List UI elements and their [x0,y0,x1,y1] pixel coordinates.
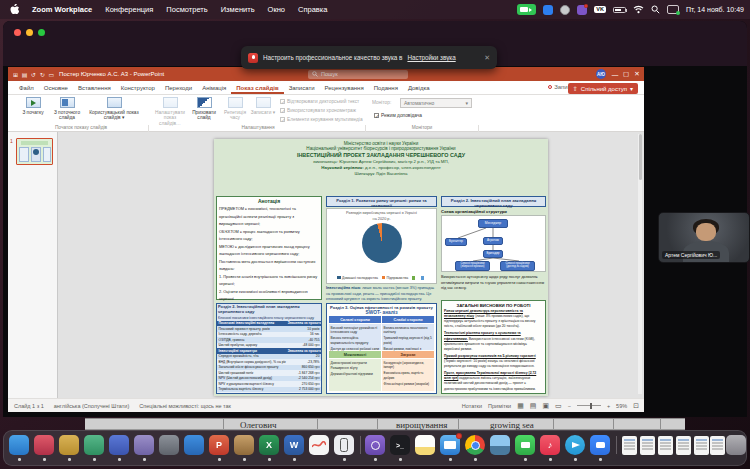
dock-icon-6[interactable] [134,435,154,455]
wave-app-dock-icon[interactable] [309,435,329,455]
slide-thumbnail[interactable] [16,138,53,165]
audio-settings-link[interactable]: Настройки звука [407,54,455,61]
menu-edit[interactable]: Изменить [221,5,255,14]
menu-window[interactable]: Окно [268,5,285,14]
dock-icon-4[interactable] [84,435,104,455]
participant-video-tile[interactable]: Артем Сергійович Ю... [658,212,750,263]
vk-status-icon[interactable]: VK [594,6,606,14]
media-controls-checkbox[interactable]: Елементи керування мультимедіа [280,117,363,122]
tab-help[interactable]: Довідка [403,81,435,94]
document-icon-5[interactable] [694,436,709,455]
zoom-out-button[interactable]: − [568,403,571,409]
tab-transitions[interactable]: Переходи [160,81,197,94]
zoom-dock-icon[interactable] [590,435,610,455]
language-indicator[interactable]: англійська (Сполучені Штати) [54,403,129,409]
tab-file[interactable]: Файл [14,81,39,94]
account-avatar[interactable]: АЮ [596,69,606,79]
quick-access-toolbar-icons[interactable]: ⊞ ▤ ↺ ↻ ▭ [13,71,55,78]
tab-design[interactable]: Конструктор [116,81,160,94]
tab-animations[interactable]: Анімація [197,81,231,94]
tab-insert[interactable]: Вставлення [73,81,116,94]
reading-view-icon[interactable]: ▣ [542,402,549,410]
document-icon-3[interactable] [658,436,673,455]
battery-icon[interactable] [613,7,626,13]
slide[interactable]: Міністерство освіти і науки України Наці… [214,139,548,396]
accessibility-status[interactable]: Спеціальні можливості: щось не так [139,403,231,409]
presenter-view-checkbox[interactable]: Режим доповідача [374,113,422,118]
powerpoint-dock-icon[interactable]: P [209,435,229,455]
rehearse-timings-button[interactable]: Репетиція часу [221,97,249,121]
viber-status-icon[interactable] [577,5,587,15]
document-icon-4[interactable] [676,436,691,455]
viber-dock-icon[interactable] [365,435,385,455]
contacts-dock-icon[interactable] [234,435,254,455]
document-icon-1[interactable] [622,436,637,455]
blue-app-status-icon[interactable] [543,5,553,15]
search-input[interactable]: Пошук [308,70,408,79]
weather-dock-icon[interactable] [490,435,510,455]
menu-view[interactable]: Посмотреть [166,5,207,14]
dock-icon-2[interactable] [34,435,54,455]
hide-slide-button[interactable]: Приховати слайд [189,97,219,121]
menu-conference[interactable]: Конференция [105,5,153,14]
play-narrations-checkbox[interactable]: Відтворювати дикторський текст [280,99,359,104]
normal-view-icon[interactable]: ▦ [517,402,524,410]
mail-dock-icon[interactable] [440,435,460,455]
slideshow-view-icon[interactable]: ▭ [555,402,562,410]
dock-icon-3[interactable] [59,435,79,455]
telegram-dock-icon[interactable] [565,435,585,455]
finder-icon[interactable] [9,435,29,455]
from-current-slide-button[interactable]: З поточного слайда [50,97,84,121]
close-icon[interactable]: ✕ [484,54,490,62]
excel-dock-icon[interactable]: X [259,435,279,455]
tab-home[interactable]: Основне [39,81,73,94]
use-timings-checkbox[interactable]: Використовувати хронометраж [280,108,356,113]
zoom-traffic-light[interactable] [38,29,45,36]
slide-thumbnail-panel[interactable]: 1 [8,132,58,398]
zoom-slider[interactable] [577,405,601,406]
close-button[interactable]: ✕ [632,67,642,81]
monitor-dropdown[interactable]: Автоматично▾ [400,98,472,108]
minimize-traffic-light[interactable] [26,29,33,36]
slide-sorter-icon[interactable]: ▤ [530,402,537,410]
music-dock-icon[interactable]: ♪ [540,435,560,455]
notes-button[interactable]: Нотатки [462,403,482,409]
apple-logo-icon[interactable] [10,4,19,15]
document-icon-6[interactable] [710,436,725,455]
screen-share-indicator-icon[interactable] [517,4,536,15]
document-icon-2[interactable] [640,436,655,455]
word-dock-icon[interactable]: W [284,435,304,455]
tab-view[interactable]: Подання [369,81,403,94]
zoom-in-button[interactable]: + [607,403,610,409]
chrome-dock-icon[interactable] [465,435,485,455]
terminal-dock-icon[interactable]: >_ [390,435,410,455]
menu-help[interactable]: Справка [298,5,327,14]
record-slideshow-button[interactable]: Записати ▾ [250,97,276,115]
from-start-button[interactable]: З початку [18,97,48,115]
vertical-scrollbar[interactable] [638,134,642,394]
dock-icon-8[interactable] [184,435,204,455]
menu-bar-clock[interactable]: Пт, 14 нояб. 10:49 [686,6,744,13]
tab-slideshow[interactable]: Показ слайдів [231,81,283,94]
trash-icon[interactable] [726,435,746,455]
menu-app-name[interactable]: Zoom Workplace [32,5,92,14]
dock-icon-7[interactable] [159,435,179,455]
custom-show-button[interactable]: Користувацький показ слайдів ▾ [88,97,140,121]
comments-button[interactable]: Примітки [488,403,511,409]
globe-status-icon[interactable] [560,5,570,15]
wifi-icon[interactable] [633,5,644,14]
setup-show-button[interactable]: Налаштувати показ слайдів… [153,97,187,126]
control-center-icon[interactable] [667,5,679,14]
tab-record[interactable]: Записати [284,81,320,94]
notes-dock-icon[interactable] [415,435,435,455]
close-traffic-light[interactable] [14,29,21,36]
maximize-button[interactable]: ▢ [621,67,631,81]
minimize-button[interactable]: — [610,67,620,81]
iphone-mirroring-dock-icon[interactable] [334,435,354,455]
zoom-percentage[interactable]: 59% [616,403,627,409]
tab-review[interactable]: Рецензування [320,81,369,94]
dock-icon-5[interactable] [109,435,129,455]
share-button[interactable]: ⇧Спільний доступ▾ [568,83,638,94]
facetime-dock-icon[interactable] [515,435,535,455]
fit-to-window-icon[interactable]: ⊡ [633,402,639,410]
